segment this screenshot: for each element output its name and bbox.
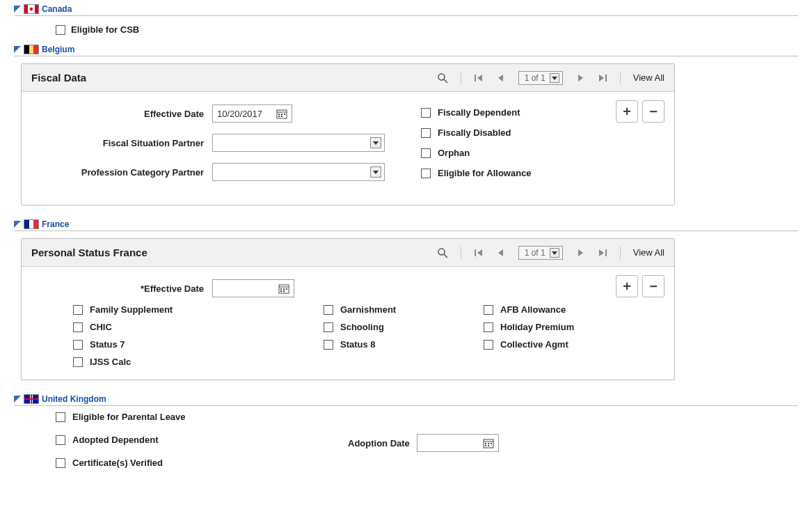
separator [461,72,461,84]
status7-checkbox[interactable] [73,340,83,350]
calendar-icon[interactable] [278,283,289,294]
section-header-uk[interactable]: United Kingdom [14,393,798,406]
uk-content: Eligible for Parental Leave Adopted Depe… [14,412,798,468]
chic-label: CHIC [90,322,112,332]
fiscally-disabled-label: Fiscally Disabled [438,127,511,138]
search-icon[interactable] [437,72,448,84]
garnishment-checkbox[interactable] [324,305,333,315]
search-icon[interactable] [437,247,448,258]
eligible-allowance-checkbox[interactable] [421,169,431,178]
svg-marker-6 [498,75,503,81]
panel-body: + − *Effective Date Family Supplement [22,267,674,380]
view-all-link[interactable]: View All [633,247,664,258]
next-page-icon[interactable] [575,248,585,258]
fiscal-situation-partner-label: Fiscal Situation Partner [31,138,212,148]
first-page-icon[interactable] [474,73,484,83]
fiscally-dependent-checkbox[interactable] [421,108,431,118]
panel-header: Personal Status France 1 of 1 [22,239,674,267]
section-header-belgium[interactable]: Belgium [14,43,798,56]
panel-title: Fiscal Data [31,72,86,84]
profession-category-partner-select[interactable] [212,163,385,181]
svg-rect-38 [491,443,492,444]
svg-rect-20 [475,249,476,256]
section-title: Belgium [42,45,74,54]
garnishment-label: Garnishment [340,304,396,315]
section-title: United Kingdom [42,394,106,404]
chevron-down-icon [550,73,559,83]
last-page-icon[interactable] [598,248,607,258]
svg-line-19 [444,254,447,258]
effective-date-input[interactable]: 10/20/2017 [212,104,292,123]
calendar-icon[interactable] [276,108,287,119]
prev-page-icon[interactable] [496,73,506,83]
svg-marker-1 [14,46,21,53]
collapse-icon [14,221,21,228]
ijss-calc-checkbox[interactable] [73,357,83,367]
eligible-csb-checkbox[interactable] [56,25,65,35]
schooling-checkbox[interactable] [324,322,333,332]
separator [620,72,621,84]
profession-category-partner-label: Profession Category Partner [31,167,212,178]
svg-rect-13 [281,114,282,115]
svg-rect-25 [605,249,607,256]
panel-body: + − Effective Date 10/20/2017 Fiscal Sit… [22,92,674,205]
effective-date-label: Effective Date [31,109,212,119]
first-page-icon[interactable] [474,248,484,258]
svg-rect-28 [280,288,282,290]
eligible-parental-leave-checkbox[interactable] [56,412,65,422]
status8-checkbox[interactable] [324,340,333,350]
collective-agmt-checkbox[interactable] [484,340,493,350]
france-effective-date-input[interactable] [212,279,294,297]
svg-rect-14 [284,114,285,115]
section-header-france[interactable]: France [14,218,798,231]
svg-marker-17 [14,221,21,228]
svg-rect-16 [281,116,282,117]
collapse-icon [14,396,21,403]
adopted-dependent-label: Adopted Dependent [72,435,159,445]
svg-marker-0 [14,6,21,13]
adopted-dependent-checkbox[interactable] [56,435,65,445]
svg-rect-30 [286,288,287,290]
pager-select[interactable]: 1 of 1 [518,246,563,260]
view-all-link[interactable]: View All [633,72,664,83]
eligible-parental-leave-label: Eligible for Parental Leave [72,412,186,422]
flag-france-icon [24,219,39,229]
prev-page-icon[interactable] [496,248,506,258]
france-effective-date-label: *Effective Date [31,283,212,294]
svg-rect-12 [278,114,280,115]
add-row-button[interactable]: + [616,100,638,123]
pager-text: 1 of 1 [525,73,546,83]
remove-row-button[interactable]: − [642,275,664,297]
adoption-date-input[interactable] [417,434,499,452]
family-supplement-checkbox[interactable] [73,305,83,315]
svg-rect-9 [605,75,607,81]
orphan-label: Orphan [438,148,470,158]
svg-rect-31 [280,290,282,292]
chic-checkbox[interactable] [73,322,83,332]
effective-date-value: 10/20/2017 [217,109,262,119]
remove-row-button[interactable]: − [642,100,664,123]
certificates-verified-checkbox[interactable] [56,458,65,468]
add-row-button[interactable]: + [616,275,638,297]
separator [461,247,461,259]
afb-allowance-checkbox[interactable] [484,305,493,315]
fiscal-situation-partner-select[interactable] [212,134,385,152]
status8-label: Status 8 [340,339,376,350]
personal-status-france-panel: Personal Status France 1 of 1 [21,238,675,380]
fiscally-dependent-label: Fiscally Dependent [438,107,520,118]
holiday-premium-checkbox[interactable] [484,322,493,332]
orphan-checkbox[interactable] [421,148,431,158]
separator [620,247,621,259]
pager-select[interactable]: 1 of 1 [518,71,563,85]
panel-controls: 1 of 1 View All [437,246,664,260]
svg-marker-22 [498,249,503,256]
fiscally-disabled-checkbox[interactable] [421,128,431,138]
svg-point-2 [438,74,445,80]
flag-uk-icon [24,394,39,404]
last-page-icon[interactable] [598,73,607,83]
calendar-icon[interactable] [483,437,494,449]
svg-line-3 [444,79,447,83]
section-header-canada[interactable]: Canada [14,3,798,16]
next-page-icon[interactable] [575,73,585,83]
ijss-calc-label: IJSS Calc [90,357,131,367]
